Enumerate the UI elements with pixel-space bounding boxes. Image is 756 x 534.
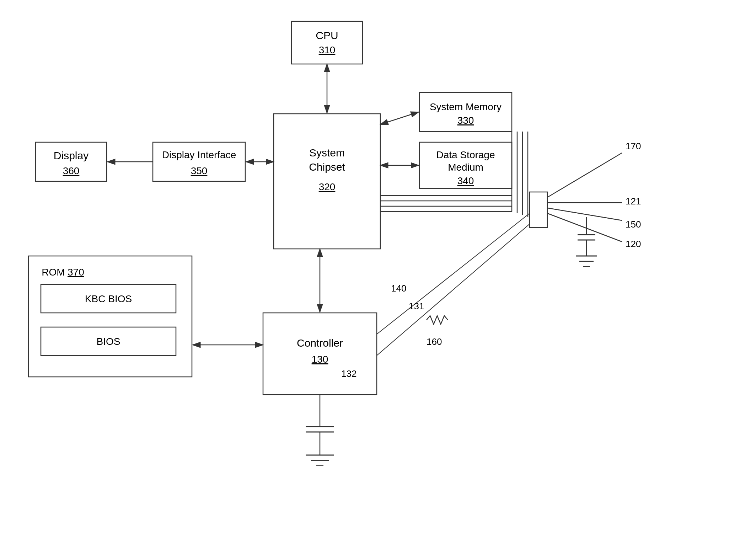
svg-text:330: 330	[457, 115, 474, 126]
diagram-container: CPU 310 System Chipset 320 System Memory…	[0, 0, 756, 534]
svg-rect-3	[291, 21, 363, 64]
svg-text:KBC BIOS: KBC BIOS	[85, 293, 132, 304]
svg-line-55	[547, 213, 622, 242]
svg-line-34	[380, 112, 419, 124]
svg-text:340: 340	[457, 175, 474, 186]
svg-text:350: 350	[191, 165, 208, 176]
svg-text:130: 130	[312, 354, 328, 365]
svg-text:132: 132	[341, 368, 356, 379]
svg-text:121: 121	[626, 196, 641, 207]
diagram-svg: CPU 310 System Chipset 320 System Memory…	[0, 0, 756, 534]
svg-text:160: 160	[427, 336, 442, 347]
svg-text:140: 140	[391, 283, 406, 294]
svg-text:System: System	[309, 147, 345, 159]
svg-rect-48	[530, 192, 547, 228]
svg-text:360: 360	[63, 165, 80, 176]
svg-text:ROM: ROM	[42, 267, 65, 278]
svg-line-53	[547, 208, 622, 220]
svg-text:120: 120	[626, 239, 641, 249]
svg-text:Medium: Medium	[448, 162, 483, 173]
svg-text:System Memory: System Memory	[430, 101, 502, 112]
svg-line-57	[377, 213, 530, 334]
svg-line-49	[547, 153, 622, 197]
svg-text:310: 310	[319, 44, 336, 55]
svg-text:Display Interface: Display Interface	[162, 149, 236, 160]
svg-text:Display: Display	[54, 150, 89, 161]
svg-text:Controller: Controller	[297, 337, 343, 349]
svg-text:131: 131	[409, 301, 424, 311]
svg-text:Data Storage: Data Storage	[436, 149, 495, 160]
svg-text:320: 320	[319, 181, 336, 192]
svg-text:370: 370	[68, 267, 84, 278]
svg-text:BIOS: BIOS	[97, 336, 120, 347]
svg-text:170: 170	[626, 141, 641, 151]
svg-text:150: 150	[626, 219, 641, 230]
svg-text:CPU: CPU	[316, 30, 338, 41]
svg-text:Chipset: Chipset	[309, 161, 345, 173]
